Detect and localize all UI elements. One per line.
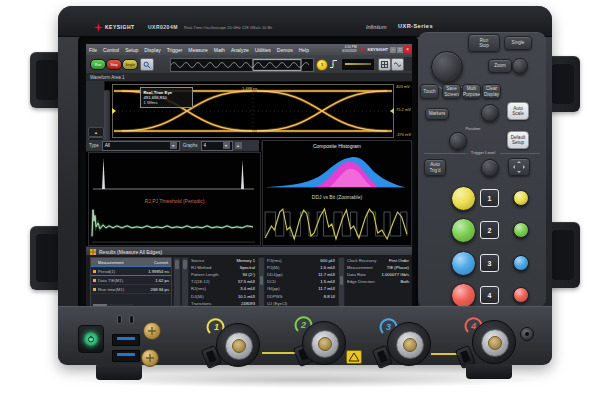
- expand-up-button[interactable]: ▲: [235, 142, 242, 149]
- power-button[interactable]: [78, 325, 104, 353]
- trigger-source-indicator[interactable]: 1: [316, 59, 328, 71]
- menu-demos[interactable]: Demos: [274, 47, 296, 53]
- channel1-button[interactable]: 1: [480, 189, 499, 207]
- channel2-input-connector[interactable]: [302, 321, 346, 365]
- minimize-button[interactable]: −: [390, 47, 396, 53]
- run-button[interactable]: Run: [90, 59, 106, 70]
- menu-trigger[interactable]: Trigger: [164, 47, 186, 53]
- grid-icon: [381, 61, 388, 68]
- results-body: Measurement Current Period(1) 1.99854 ns…: [86, 255, 412, 312]
- measurement-table[interactable]: Measurement Current Period(1) 1.99854 ns…: [90, 257, 172, 311]
- menu-utilities[interactable]: Utilities: [252, 47, 274, 53]
- horizontal-position-knob[interactable]: [512, 58, 528, 74]
- model-number: UXR0204M: [148, 24, 178, 30]
- menu-control[interactable]: Control: [100, 47, 122, 53]
- results-vscrollbar[interactable]: [338, 257, 345, 311]
- trigger-in-jack[interactable]: [520, 327, 534, 341]
- single-button[interactable]: Single: [504, 36, 532, 50]
- type-label: Type: [86, 143, 102, 148]
- table-row[interactable]: Rise time(M1) 268.94 ps: [91, 285, 171, 294]
- channel-divider-line: [262, 352, 298, 354]
- param-key: UJ (EyeCl): [267, 301, 287, 306]
- grid-layout-button[interactable]: [378, 58, 391, 71]
- close-button[interactable]: ×: [404, 46, 411, 53]
- channel3-scale-knob[interactable]: [451, 251, 476, 276]
- trigger-quickset-pad[interactable]: [508, 158, 530, 176]
- probe-comp-terminal[interactable]: [117, 315, 122, 324]
- channel4-offset-knob[interactable]: [513, 287, 529, 303]
- menu-setup[interactable]: Setup: [122, 47, 141, 53]
- channel4-button[interactable]: 4: [480, 286, 499, 304]
- aux-out-connector[interactable]: [141, 349, 159, 367]
- auto-scale-button[interactable]: Auto Scale: [507, 102, 529, 120]
- trigger-level-knob[interactable]: [481, 159, 499, 177]
- channel2-scale-knob[interactable]: [451, 218, 476, 243]
- usb-port[interactable]: [112, 350, 140, 362]
- waveform-vertical-tab[interactable]: [104, 90, 110, 147]
- eye-diagram-panel[interactable]: Real-Time Eye 491,656,910 1 Wfms 1.488 n…: [112, 84, 394, 138]
- clear-display-button[interactable]: Clear Display: [482, 84, 501, 99]
- param-key: ISI(pp): [267, 286, 280, 291]
- auto-trigd-button[interactable]: Auto Trig'd: [424, 159, 446, 176]
- composite-histogram-plot: [263, 149, 409, 189]
- scroll-up-button[interactable]: ▲: [88, 127, 104, 137]
- menu-file[interactable]: File: [86, 47, 100, 53]
- horizontal-scale-knob[interactable]: [431, 51, 463, 83]
- stop-button[interactable]: Stop: [106, 59, 122, 70]
- param-value: 11.7 mUI: [318, 286, 335, 291]
- graphs-dropdown[interactable]: 4 ▼: [201, 141, 233, 151]
- zoom-tool-button[interactable]: [140, 58, 154, 71]
- tie-histogram-panel[interactable]: RJ,PJ Threshold (Periodic): [88, 152, 261, 246]
- single-button[interactable]: Single: [122, 59, 138, 70]
- cal-out-connector[interactable]: [143, 322, 161, 340]
- measurement-value: 1.62 ps: [155, 278, 171, 283]
- channel1-scale-knob[interactable]: [451, 186, 476, 211]
- display-mode-button[interactable]: [391, 58, 404, 71]
- waveform-area-tab[interactable]: Waveform Area 1: [86, 75, 125, 80]
- channel1-offset-knob[interactable]: [513, 190, 529, 206]
- markers-button[interactable]: Markers: [425, 108, 449, 120]
- markers-knob[interactable]: [481, 104, 499, 122]
- channel2-offset-knob[interactable]: [513, 222, 529, 238]
- default-setup-button[interactable]: Default Setup: [507, 131, 529, 149]
- maximize-button[interactable]: □: [397, 47, 403, 53]
- run-stop-button[interactable]: Run Stop: [468, 34, 500, 52]
- channel3-offset-knob[interactable]: [513, 255, 529, 271]
- channel4-input-connector[interactable]: [472, 320, 516, 364]
- table-row[interactable]: Data TIE(M1) 1.62 ps: [91, 276, 171, 285]
- menu-math[interactable]: Math: [211, 47, 228, 53]
- time-marker-label: 1.488 ns: [242, 86, 257, 91]
- menu-analyze[interactable]: Analyze: [228, 47, 252, 53]
- results-vscrollbar[interactable]: [258, 257, 265, 311]
- menu-display[interactable]: Display: [141, 47, 163, 53]
- multi-purpose-button[interactable]: Multi Purpose: [462, 84, 481, 99]
- family-name: Infiniium: [366, 24, 386, 30]
- menu-measure[interactable]: Measure: [185, 47, 210, 53]
- channel2-button[interactable]: 2: [480, 221, 499, 239]
- composite-histogram-panel[interactable]: Composite Histogram DDJ vs Bit (Zoomable…: [262, 140, 412, 246]
- channel1-input-connector[interactable]: [216, 323, 260, 367]
- usb-port[interactable]: [112, 334, 140, 346]
- param-value: 10.1 mUI: [238, 294, 255, 299]
- ground-terminal[interactable]: [129, 315, 134, 324]
- channel4-scale-knob[interactable]: [451, 283, 476, 308]
- power-icon: [87, 335, 95, 343]
- position-label: Position: [458, 126, 488, 131]
- save-screen-button[interactable]: Save Screen: [442, 84, 461, 99]
- touch-button[interactable]: Touch: [420, 84, 439, 99]
- type-dropdown[interactable]: All ▼: [102, 141, 180, 151]
- results-vscrollbar[interactable]: [181, 257, 189, 311]
- param-key: Transitions: [191, 301, 211, 306]
- table-row[interactable]: Period(1) 1.99854 ns: [91, 266, 171, 276]
- zoom-button[interactable]: Zoom: [488, 59, 512, 73]
- oscilloscope-photo: KEYSIGHT UXR0204M Real-Time Oscilloscope…: [0, 0, 612, 403]
- horizontal-summary-strip[interactable]: [170, 58, 314, 72]
- results-vscrollbar[interactable]: [173, 257, 181, 311]
- measurement-value: 1.99854 ns: [148, 269, 171, 274]
- menu-help[interactable]: Help: [296, 47, 312, 53]
- channel3-input-connector[interactable]: [387, 322, 431, 366]
- measurement-color-swatch: [93, 279, 96, 282]
- position-knob[interactable]: [449, 132, 467, 150]
- param-key: Pattern Length: [191, 272, 218, 277]
- channel3-button[interactable]: 3: [480, 254, 499, 272]
